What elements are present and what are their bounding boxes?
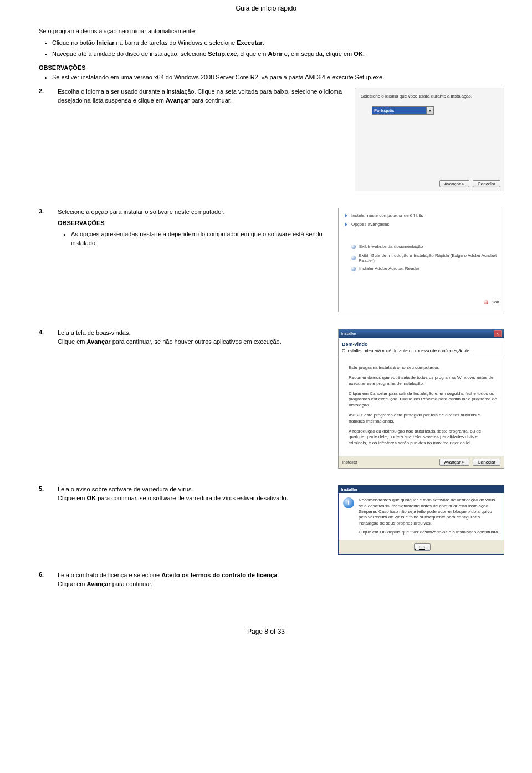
install-options-panel: Instalar neste computador de 64 bits Opç… <box>338 208 504 312</box>
arrow-right-icon <box>343 213 349 218</box>
page-footer: Page 8 of 33 <box>0 611 532 641</box>
step-2-screenshot: Selecione o idioma que você usará durant… <box>355 88 504 191</box>
step-5-body: Leia o aviso sobre software de varredura… <box>58 485 330 503</box>
wizard-subheading: O Installer orientará você durante o pro… <box>342 348 500 353</box>
option-install-acrobat[interactable]: Instalar Adobe Acrobat Reader <box>351 266 499 272</box>
wizard-heading: Bem-vindo <box>342 342 500 347</box>
close-icon[interactable]: × <box>494 330 502 337</box>
step-4-text: Leia a tela de boas-vindas. <box>58 329 330 338</box>
globe-icon <box>351 255 356 261</box>
step-5-screenshot: Installer i Recomendamos que qualquer e … <box>338 485 504 555</box>
wizard-p2: Recomendamos que você saia de todos os p… <box>349 375 497 387</box>
step-5-text: Leia o aviso sobre software de varredura… <box>58 485 330 494</box>
step-6-number: 6. <box>39 571 50 578</box>
language-dropdown[interactable]: Português ▼ <box>372 106 434 115</box>
step-6: 6. Leia o contrato de licença e selecion… <box>39 571 504 589</box>
step-4-screenshot: Installer × Bem-vindo O Installer orient… <box>338 329 504 469</box>
cancel-button[interactable]: Cancelar <box>473 459 500 466</box>
step-4: 4. Leia a tela de boas-vindas. Clique em… <box>39 329 504 469</box>
page-header: Guia de início rápido <box>0 0 532 17</box>
next-button[interactable]: Avançar > <box>439 180 469 187</box>
arrow-right-icon <box>343 222 349 227</box>
content: Se o programa de instalação não iniciar … <box>0 17 532 611</box>
wizard-titlebar: Installer × <box>339 329 504 338</box>
globe-icon <box>351 266 356 272</box>
step-6-line2: Clique em Avançar para continuar. <box>58 580 330 589</box>
step-4-number: 4. <box>39 329 50 335</box>
step-5-number: 5. <box>39 485 50 492</box>
wizard-p4: AVISO: este programa está protegido por … <box>349 413 497 424</box>
language-dialog: Selecione o idioma que você usará durant… <box>355 88 504 191</box>
observations-list-2: As opções apresentadas nesta tela depend… <box>71 230 330 248</box>
option-docs-website[interactable]: Exibir website da documentação <box>351 244 499 250</box>
observations-title-1: OBSERVAÇÕES <box>39 64 504 71</box>
step-3-screenshot: Instalar neste computador de 64 bits Opç… <box>338 208 504 312</box>
obs2-bullet: As opções apresentadas nesta tela depend… <box>71 230 330 248</box>
warning-title: Installer <box>339 486 504 493</box>
step-5-line2: Clique em OK para continuar, se o softwa… <box>58 494 330 503</box>
step-2-body: Escolha o idioma a ser usado durante a i… <box>58 88 347 105</box>
step-3-number: 3. <box>39 208 50 215</box>
close-icon <box>483 299 489 305</box>
step-3-text: Selecione a opção para instalar o softwa… <box>58 208 330 217</box>
ok-button[interactable]: OK <box>414 543 431 551</box>
chevron-down-icon[interactable]: ▼ <box>426 107 433 114</box>
wizard-p1: Este programa instalará o no seu computa… <box>349 365 497 370</box>
option-quickstart-guide[interactable]: Exibir Guia de Introdução à Instalação R… <box>351 253 499 263</box>
intro-bullet-2: Navegue até a unidade do disco de instal… <box>52 50 504 59</box>
step-6-text: Leia o contrato de licença e selecione A… <box>58 571 330 580</box>
wizard-header: Bem-vindo O Installer orientará você dur… <box>339 338 504 357</box>
language-selected: Português <box>372 107 426 114</box>
next-button[interactable]: Avançar > <box>439 459 469 466</box>
step-3: 3. Selecione a opção para instalar o sof… <box>39 208 504 312</box>
intro-bullet-1: Clique no botão Iniciar na barra de tare… <box>52 39 504 48</box>
step-4-body: Leia a tela de boas-vindas. Clique em Av… <box>58 329 330 347</box>
step-6-body: Leia o contrato de licença e selecione A… <box>58 571 330 589</box>
wizard-footer-label: Installer <box>342 460 357 465</box>
step-5: 5. Leia o aviso sobre software de varred… <box>39 485 504 555</box>
step-2-number: 2. <box>39 88 50 94</box>
cancel-button[interactable]: Cancelar <box>473 180 500 187</box>
intro-text: Se o programa de instalação não iniciar … <box>39 28 504 34</box>
obs1-bullet: Se estiver instalando em uma versão x64 … <box>52 73 504 82</box>
warning-text: Recomendamos que qualquer e todo softwar… <box>359 497 499 535</box>
intro-bullets: Clique no botão Iniciar na barra de tare… <box>52 39 504 59</box>
observations-list-1: Se estiver instalando em uma versão x64 … <box>52 73 504 82</box>
wizard-p3: Clique em Cancelar para sair da Instalaç… <box>349 391 497 408</box>
info-icon: i <box>343 497 354 508</box>
option-install-64bit[interactable]: Instalar neste computador de 64 bits <box>343 213 499 218</box>
wizard-p5: A reprodução ou distribuição não autoriz… <box>349 429 497 446</box>
step-4-line2: Clique em Avançar para continuar, se não… <box>58 338 330 347</box>
option-exit[interactable]: Sair <box>483 299 499 305</box>
step-3-body: Selecione a opção para instalar o softwa… <box>58 208 330 253</box>
option-advanced[interactable]: Opções avançadas <box>343 222 499 227</box>
wizard-footer: Installer Avançar > Cancelar <box>339 456 504 468</box>
wizard-main: Este programa instalará o no seu computa… <box>339 357 504 456</box>
language-dialog-label: Selecione o idioma que você usará durant… <box>361 94 498 99</box>
welcome-wizard: Installer × Bem-vindo O Installer orient… <box>338 329 504 469</box>
wizard-title: Installer <box>341 331 356 336</box>
virus-warning-dialog: Installer i Recomendamos que qualquer e … <box>338 485 504 555</box>
observations-title-2: OBSERVAÇÕES <box>58 219 330 228</box>
globe-icon <box>351 244 356 250</box>
step-2: 2. Escolha o idioma a ser usado durante … <box>39 88 504 191</box>
